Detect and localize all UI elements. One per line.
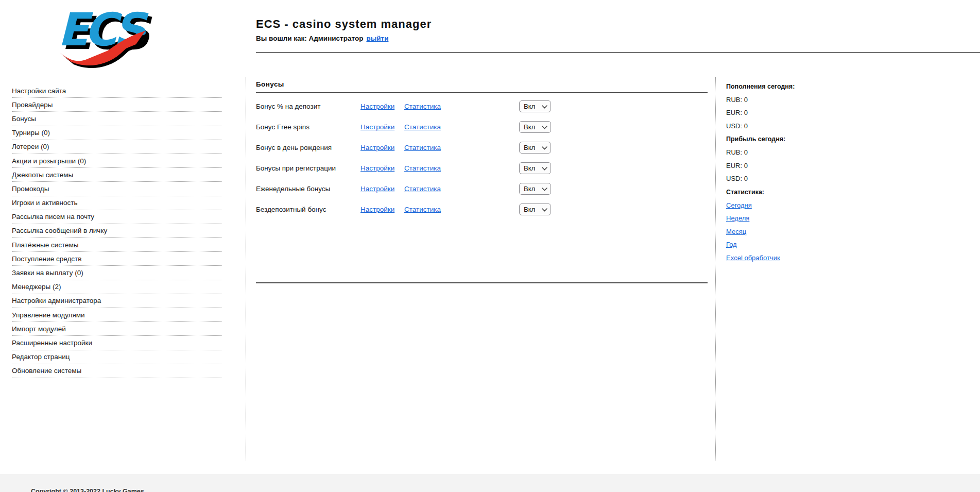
- bonus-row: Еженедельные бонусы Настройки Статистика…: [256, 178, 715, 199]
- page-header: ECS ECS - casino system manager Вы вошли…: [0, 0, 980, 77]
- bonus-toggle: Вкл: [519, 100, 551, 112]
- sidebar-item[interactable]: Поступление средств: [12, 252, 222, 266]
- sidebar-item-label: Джекпоты системы: [12, 171, 73, 179]
- ecs-logo-swoosh-icon: [59, 30, 150, 67]
- sidebar-item-label: Расширенные настройки: [12, 339, 92, 347]
- sidebar-item-label: Рассылка сообщений в личку: [12, 227, 107, 234]
- bonus-statistics-link[interactable]: Статистика: [404, 206, 441, 213]
- deposits-today-header: Пополнения сегодня:: [726, 80, 980, 93]
- sidebar-item[interactable]: Провайдеры: [12, 98, 222, 112]
- section-divider-bottom: [256, 282, 708, 283]
- sidebar-item-label: Заявки на выплату (0): [12, 269, 83, 277]
- sidebar-item[interactable]: Настройки администратора: [12, 294, 222, 308]
- profit-rub: RUB: 0: [726, 146, 980, 159]
- bonus-toggle-select[interactable]: Вкл: [519, 203, 551, 215]
- bonus-toggle: Вкл: [519, 121, 551, 133]
- sidebar-item[interactable]: Игроки и активность: [12, 196, 222, 210]
- sidebar-item-label: Платёжные системы: [12, 241, 79, 249]
- bonus-settings-link[interactable]: Настройки: [360, 144, 394, 151]
- bonus-toggle-select[interactable]: Вкл: [519, 121, 551, 133]
- bonus-settings-link[interactable]: Настройки: [360, 123, 394, 131]
- sidebar-item[interactable]: Менеджеры (2): [12, 280, 222, 294]
- copyright-text: Copyright © 2013-2022 Lucky Games: [0, 474, 980, 492]
- stats-today-link[interactable]: Сегодня: [726, 201, 752, 209]
- header-divider: [256, 52, 980, 53]
- sidebar-item-label: Настройки администратора: [12, 297, 101, 304]
- sidebar-item[interactable]: Редактор страниц: [12, 350, 222, 364]
- bonus-toggle: Вкл: [519, 142, 551, 154]
- bonus-label: Еженедельные бонусы: [256, 185, 360, 193]
- bonus-statistics-link[interactable]: Статистика: [404, 144, 441, 151]
- sidebar-item[interactable]: Управление модулями: [12, 308, 222, 322]
- page-title: ECS - casino system manager: [256, 18, 432, 31]
- bonus-toggle-select[interactable]: Вкл: [519, 183, 551, 195]
- sidebar-item-label: Акции и розыгрыши (0): [12, 157, 86, 165]
- sidebar-item-label: Импорт модулей: [12, 325, 66, 333]
- profit-eur: EUR: 0: [726, 159, 980, 173]
- deposits-eur: EUR: 0: [726, 106, 980, 120]
- sidebar-item[interactable]: Импорт модулей: [12, 322, 222, 336]
- deposits-usd: USD: 0: [726, 120, 980, 133]
- sidebar-menu: Настройки сайта Провайдеры Бонусы Турнир…: [12, 84, 222, 378]
- bonus-row: Бонусы при регистрации Настройки Статист…: [256, 158, 715, 178]
- bonus-statistics-link[interactable]: Статистика: [404, 103, 441, 110]
- login-status-text: Вы вошли как: Администратор: [256, 35, 363, 42]
- logout-link[interactable]: выйти: [366, 35, 388, 42]
- sidebar-item[interactable]: Рассылка писем на почту: [12, 210, 222, 224]
- sidebar-item[interactable]: Заявки на выплату (0): [12, 266, 222, 280]
- page-footer: Copyright © 2013-2022 Lucky Games: [0, 474, 980, 492]
- bonus-toggle-select[interactable]: Вкл: [519, 142, 551, 154]
- bonus-toggle-select[interactable]: Вкл: [519, 162, 551, 174]
- stats-year-link[interactable]: Год: [726, 241, 737, 248]
- stats-week-link[interactable]: Неделя: [726, 214, 749, 222]
- bonus-list: Бонус % на депозит Настройки Статистика …: [256, 96, 715, 219]
- sidebar-item[interactable]: Настройки сайта: [12, 84, 222, 98]
- sidebar-item-label: Настройки сайта: [12, 87, 66, 95]
- bonus-toggle-select[interactable]: Вкл: [519, 100, 551, 112]
- sidebar-item[interactable]: Платёжные системы: [12, 238, 222, 252]
- bonus-row: Бездепозитный бонус Настройки Статистика…: [256, 199, 715, 219]
- stats-excel-link[interactable]: Excel обработчик: [726, 254, 780, 262]
- bonus-statistics-link[interactable]: Статистика: [404, 164, 441, 172]
- sidebar-item[interactable]: Бонусы: [12, 112, 222, 126]
- stats-month-link[interactable]: Месяц: [726, 228, 746, 235]
- sidebar-item-label: Управление модулями: [12, 311, 85, 319]
- deposits-rub: RUB: 0: [726, 93, 980, 107]
- sidebar-item-label: Бонусы: [12, 115, 36, 123]
- sidebar-item-label: Игроки и активность: [12, 199, 78, 207]
- sidebar-item[interactable]: Расширенные настройки: [12, 336, 222, 350]
- bonus-row: Бонус в день рождения Настройки Статисти…: [256, 137, 715, 158]
- sidebar-item-label: Провайдеры: [12, 101, 53, 109]
- bonus-label: Бонусы при регистрации: [256, 164, 360, 172]
- sidebar-item-label: Поступление средств: [12, 255, 81, 263]
- sidebar-item-label: Менеджеры (2): [12, 283, 61, 291]
- bonus-label: Бездепозитный бонус: [256, 206, 360, 213]
- sidebar-item[interactable]: Турниры (0): [12, 126, 222, 140]
- bonus-settings-link[interactable]: Настройки: [360, 164, 394, 172]
- sidebar-item-label: Лотереи (0): [12, 143, 49, 150]
- sidebar-item-label: Турниры (0): [12, 129, 50, 137]
- bonus-settings-link[interactable]: Настройки: [360, 103, 394, 110]
- bonus-settings-link[interactable]: Настройки: [360, 206, 394, 213]
- sidebar-item-label: Промокоды: [12, 185, 49, 193]
- left-sidebar: Настройки сайта Провайдеры Бонусы Турнир…: [0, 77, 246, 461]
- profit-usd: USD: 0: [726, 172, 980, 185]
- sidebar-item[interactable]: Акции и розыгрыши (0): [12, 154, 222, 168]
- bonus-toggle: Вкл: [519, 183, 551, 195]
- sidebar-item[interactable]: Джекпоты системы: [12, 168, 222, 182]
- bonus-label: Бонус % на депозит: [256, 103, 360, 110]
- sidebar-item[interactable]: Рассылка сообщений в личку: [12, 224, 222, 238]
- bonus-statistics-link[interactable]: Статистика: [404, 185, 441, 193]
- bonus-label: Бонус в день рождения: [256, 144, 360, 151]
- bonus-settings-link[interactable]: Настройки: [360, 185, 394, 193]
- main-content: Бонусы Бонус % на депозит Настройки Стат…: [246, 77, 716, 461]
- login-status: Вы вошли как: Администраторвыйти: [256, 35, 432, 42]
- sidebar-item[interactable]: Промокоды: [12, 182, 222, 196]
- ecs-logo: ECS: [58, 5, 150, 66]
- sidebar-item[interactable]: Лотереи (0): [12, 140, 222, 154]
- bonus-statistics-link[interactable]: Статистика: [404, 123, 441, 131]
- bonus-row: Бонус % на депозит Настройки Статистика …: [256, 96, 715, 116]
- bonus-toggle: Вкл: [519, 162, 551, 174]
- sidebar-item-label: Обновление системы: [12, 367, 81, 375]
- sidebar-item[interactable]: Обновление системы: [12, 364, 222, 378]
